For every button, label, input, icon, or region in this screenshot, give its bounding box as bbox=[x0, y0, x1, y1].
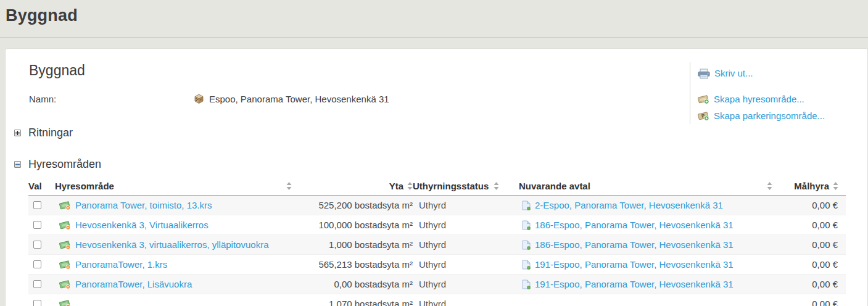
column-header-malhyra[interactable]: Målhyra bbox=[776, 178, 846, 196]
rental-area-icon bbox=[59, 220, 71, 230]
table-row: 1,070 bostadsyta m² Uthyrd 0,00 € bbox=[28, 294, 846, 306]
contract-link[interactable]: 186-Espoo, Panorama Tower, Hevosenkenkä … bbox=[535, 220, 734, 230]
column-header-uthyrningsstatus[interactable]: Uthyrningsstatus bbox=[413, 178, 519, 196]
parking-map-add-icon: P bbox=[698, 111, 709, 121]
section-hyresomraden-label: Hyresområden bbox=[28, 158, 101, 171]
printer-icon bbox=[698, 68, 710, 79]
area-value: 100,000 bostadsyta m² bbox=[296, 215, 413, 235]
rental-area-icon bbox=[59, 201, 71, 210]
target-rent-value: 0,00 € bbox=[776, 255, 846, 275]
target-rent-value: 0,00 € bbox=[776, 215, 846, 235]
create-rental-area-label: Skapa hyresområde... bbox=[714, 93, 804, 105]
rental-area-icon bbox=[59, 299, 71, 306]
table-row: Hevosenkenkä 3, virtuaalikerros, ylläpit… bbox=[28, 235, 846, 255]
section-hyresomraden: Hyresområden bbox=[14, 157, 867, 171]
letting-status: Uthyrd bbox=[413, 275, 519, 294]
expand-plus-icon[interactable] bbox=[14, 130, 21, 136]
name-value: Espoo, Panorama Tower, Hevosenkenkä 31 bbox=[193, 93, 389, 104]
table-header-row: Val Hyresområde Yta bbox=[28, 178, 846, 196]
sort-arrows-icon[interactable] bbox=[407, 182, 413, 190]
row-checkbox[interactable] bbox=[33, 201, 41, 209]
name-label: Namn: bbox=[29, 94, 193, 104]
area-value: 1,070 bostadsyta m² bbox=[296, 294, 413, 306]
contract-link[interactable]: 191-Espoo, Panorama Tower, Hevosenkenkä … bbox=[535, 279, 734, 289]
table-row: Panorama Tower, toimisto, 13.krs 525,200… bbox=[28, 196, 846, 215]
letting-status: Uthyrd bbox=[413, 215, 519, 235]
map-add-icon bbox=[698, 94, 709, 104]
column-header-hyresomrade[interactable]: Hyresområde bbox=[55, 178, 296, 196]
page-title: Byggnad bbox=[6, 6, 868, 25]
contract-document-icon bbox=[522, 240, 531, 250]
letting-status: Uthyrd bbox=[413, 255, 519, 275]
contract-document-icon bbox=[522, 201, 531, 210]
rental-area-table-body: Panorama Tower, toimisto, 13.krs 525,200… bbox=[28, 196, 846, 306]
rental-area-link[interactable]: Hevosenkenkä 3, virtuaalikerros, ylläpit… bbox=[75, 239, 268, 250]
target-rent-value: 0,00 € bbox=[776, 294, 846, 306]
target-rent-value: 0,00 € bbox=[776, 235, 846, 255]
row-checkbox[interactable] bbox=[33, 221, 41, 229]
rental-area-link[interactable]: PanoramaTower, Lisävuokra bbox=[75, 279, 192, 289]
table-row: PanoramaTower, Lisävuokra 0,00 bostadsyt… bbox=[28, 275, 846, 294]
row-checkbox[interactable] bbox=[33, 260, 41, 268]
print-label: Skriv ut... bbox=[714, 67, 753, 80]
target-rent-value: 0,00 € bbox=[776, 275, 846, 294]
rental-area-icon bbox=[59, 240, 71, 250]
page-header: Byggnad bbox=[0, 0, 868, 38]
column-header-yta[interactable]: Yta bbox=[296, 178, 413, 196]
byggnad-card: Byggnad Namn: Espoo, Panorama Tower, Hev… bbox=[5, 48, 868, 306]
building-icon bbox=[193, 93, 204, 104]
contract-link[interactable]: 191-Espoo, Panorama Tower, Hevosenkenkä … bbox=[535, 259, 734, 270]
rental-area-icon bbox=[59, 260, 71, 270]
letting-status: Uthyrd bbox=[413, 196, 519, 215]
letting-status: Uthyrd bbox=[413, 235, 519, 255]
create-parking-area-link[interactable]: P Skapa parkeringsområde... bbox=[698, 110, 867, 122]
row-checkbox[interactable] bbox=[33, 280, 41, 288]
area-value: 0,00 bostadsyta m² bbox=[296, 275, 413, 294]
create-rental-area-link[interactable]: Skapa hyresområde... bbox=[698, 93, 867, 105]
rental-area-link[interactable]: PanoramaTower, 1.krs bbox=[75, 259, 167, 270]
section-ritningar-label: Ritningar bbox=[28, 126, 73, 139]
rental-area-link[interactable]: Hevosenkenkä 3, Virtuaalikerros bbox=[75, 220, 209, 230]
area-value: 525,200 bostadsyta m² bbox=[296, 196, 413, 215]
contract-document-icon bbox=[522, 279, 531, 289]
column-header-nuvarande-avtal[interactable]: Nuvarande avtal bbox=[519, 178, 776, 196]
sort-arrows-icon[interactable] bbox=[286, 182, 292, 190]
rental-area-link[interactable]: Panorama Tower, toimisto, 13.krs bbox=[75, 200, 212, 210]
print-link[interactable]: Skriv ut... bbox=[698, 67, 867, 80]
column-header-val: Val bbox=[28, 178, 55, 196]
area-value: 1,000 bostadsyta m² bbox=[296, 235, 413, 255]
row-checkbox[interactable] bbox=[33, 300, 41, 306]
rental-area-icon bbox=[59, 279, 71, 289]
contract-document-icon bbox=[522, 260, 531, 270]
letting-status: Uthyrd bbox=[413, 294, 519, 306]
table-row: PanoramaTower, 1.krs 565,213 bostadsyta … bbox=[28, 255, 846, 275]
contract-document-icon bbox=[522, 220, 531, 230]
actions-panel: Skriv ut... Skapa hyresområde... bbox=[690, 62, 867, 124]
collapse-minus-icon[interactable] bbox=[14, 161, 21, 168]
area-value: 565,213 bostadsyta m² bbox=[296, 255, 413, 275]
sort-arrows-icon[interactable] bbox=[767, 182, 772, 190]
row-checkbox[interactable] bbox=[33, 241, 41, 249]
rental-areas-table: Val Hyresområde Yta bbox=[28, 178, 846, 306]
table-row: Hevosenkenkä 3, Virtuaalikerros 100,000 … bbox=[28, 215, 846, 235]
section-ritningar: Ritningar bbox=[14, 126, 867, 139]
create-parking-area-label: Skapa parkeringsområde... bbox=[714, 110, 825, 122]
target-rent-value: 0,00 € bbox=[776, 196, 846, 215]
sort-arrows-icon[interactable] bbox=[494, 182, 499, 190]
sort-arrows-icon[interactable] bbox=[833, 182, 838, 190]
building-name: Espoo, Panorama Tower, Hevosenkenkä 31 bbox=[209, 94, 389, 104]
contract-link[interactable]: 2-Espoo, Panorama Tower, Hevosenkenkä 31 bbox=[535, 200, 723, 210]
contract-link[interactable]: 186-Espoo, Panorama Tower, Hevosenkenkä … bbox=[535, 239, 734, 250]
